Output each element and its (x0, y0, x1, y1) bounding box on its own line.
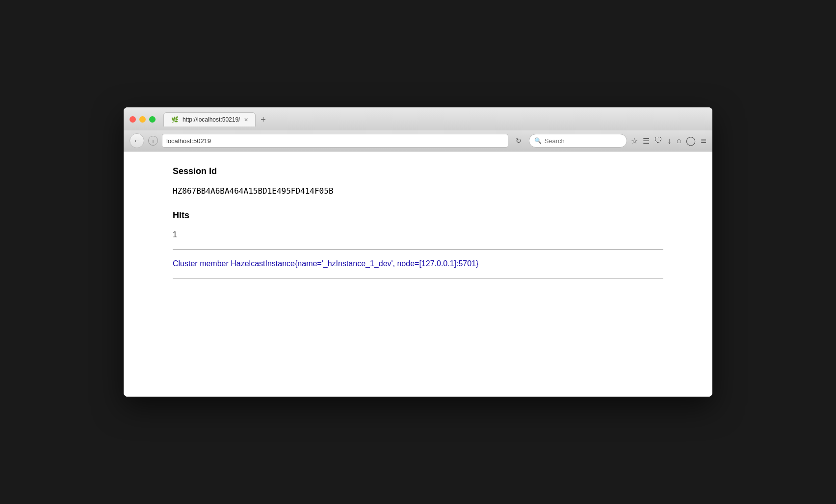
divider-2 (173, 278, 663, 278)
minimize-button[interactable] (139, 116, 146, 123)
tab-close-button[interactable]: × (244, 116, 248, 123)
list-icon[interactable]: ☰ (643, 136, 650, 146)
hits-value: 1 (173, 230, 663, 239)
home-icon[interactable]: ⌂ (677, 136, 681, 145)
search-bar[interactable]: 🔍 (529, 134, 627, 148)
search-icon: 🔍 (534, 137, 542, 144)
window-controls (130, 116, 156, 123)
reload-button[interactable]: ↻ (512, 134, 525, 147)
divider-1 (173, 249, 663, 250)
hits-label: Hits (173, 210, 663, 221)
download-icon[interactable]: ↓ (667, 136, 672, 146)
session-id-label: Session Id (173, 166, 663, 176)
cluster-member-link[interactable]: Cluster member HazelcastInstance{name='_… (173, 259, 478, 268)
shield-icon[interactable]: 🛡 (654, 136, 662, 145)
info-icon: i (153, 138, 154, 144)
toolbar-icons: ☆ ☰ 🛡 ↓ ⌂ ◯ ≡ (631, 135, 706, 147)
address-text: localhost:50219 (166, 137, 504, 145)
browser-tab[interactable]: 🌿 http://localhost:50219/ × (163, 112, 256, 126)
address-bar[interactable]: localhost:50219 (162, 134, 508, 148)
new-tab-button[interactable]: + (257, 113, 270, 126)
browser-window: 🌿 http://localhost:50219/ × + ← i localh… (124, 107, 712, 397)
info-button[interactable]: i (148, 136, 158, 146)
search-input[interactable] (545, 137, 613, 145)
tab-bar: 🌿 http://localhost:50219/ × + (163, 112, 270, 126)
session-id-value: HZ867BB4A6BA464A15BD1E495FD414F05B (173, 186, 663, 196)
toolbar: ← i localhost:50219 ↻ 🔍 ☆ ☰ 🛡 ↓ ⌂ ◯ ≡ (124, 130, 712, 151)
title-bar: 🌿 http://localhost:50219/ × + (124, 107, 712, 130)
page-content: Session Id HZ867BB4A6BA464A15BD1E495FD41… (124, 151, 712, 397)
star-icon[interactable]: ☆ (631, 136, 638, 146)
menu-icon[interactable]: ≡ (701, 135, 706, 147)
back-button[interactable]: ← (130, 133, 144, 148)
maximize-button[interactable] (149, 116, 156, 123)
tab-favicon-icon: 🌿 (171, 116, 179, 124)
tab-title: http://localhost:50219/ (183, 116, 240, 123)
close-button[interactable] (130, 116, 136, 123)
chat-icon[interactable]: ◯ (686, 135, 696, 146)
